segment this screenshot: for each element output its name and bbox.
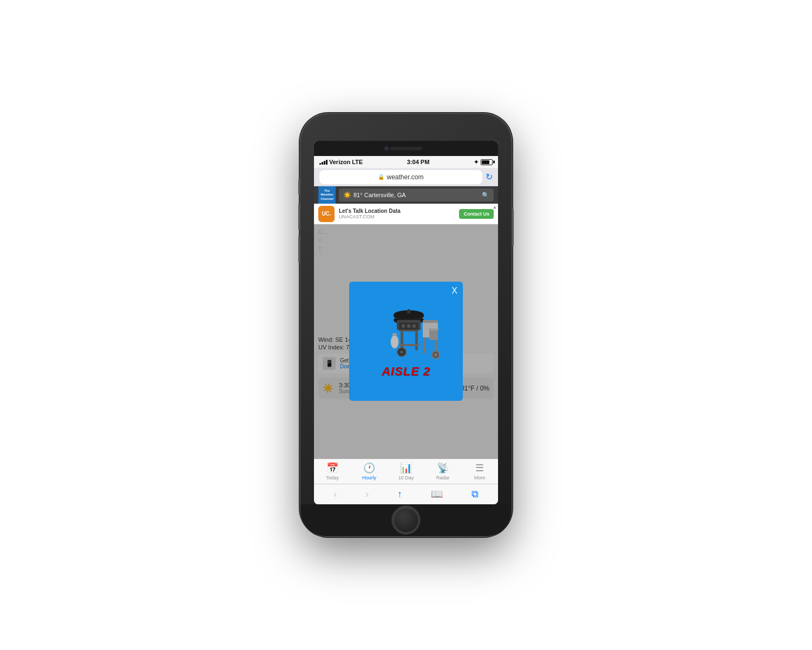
ad-badge: ▲ (493, 205, 497, 210)
main-content: C... 2... T Wind: SE 14 mph UV Index: 7 … (314, 224, 498, 459)
tab-hourly-label: Hourly (362, 475, 376, 480)
signal-bars (319, 159, 328, 165)
bluetooth-icon: ✦ (474, 159, 479, 166)
status-bar: Verizon LTE 3:04 PM ✦ (314, 156, 498, 168)
notch-area (314, 141, 498, 156)
ad-cta-button[interactable]: Contact Us (459, 209, 494, 219)
battery-fill (482, 160, 489, 164)
popup-ad: X (349, 282, 463, 401)
network-type: LTE (352, 159, 363, 165)
ad-subtitle: UNACAST.COM (339, 214, 455, 219)
phone-shell: Verizon LTE 3:04 PM ✦ 🔒 weather.com ↻ (300, 114, 512, 536)
search-icon[interactable]: 🔍 (482, 192, 489, 199)
svg-rect-10 (400, 344, 419, 346)
svg-point-20 (402, 324, 405, 328)
svg-point-9 (400, 350, 403, 354)
svg-point-16 (434, 353, 437, 356)
popup-overlay: X (314, 224, 498, 459)
tab-10day-icon: 📊 (400, 462, 412, 474)
tab-hourly[interactable]: 🕐 Hourly (351, 462, 388, 480)
tab-today[interactable]: 📅 Today (314, 462, 351, 480)
tab-10day-label: 10 Day (398, 475, 414, 480)
svg-rect-7 (415, 332, 418, 350)
url-text: weather.com (387, 173, 423, 181)
signal-bar-4 (326, 160, 328, 165)
signal-bar-1 (319, 163, 321, 165)
tab-more-label: More (474, 475, 486, 480)
svg-rect-17 (429, 329, 438, 340)
signal-bar-2 (322, 162, 323, 165)
back-button[interactable]: ‹ (329, 486, 341, 502)
tab-more[interactable]: ☰ More (461, 462, 498, 480)
tabs-button[interactable]: ⧉ (467, 486, 483, 502)
home-btn-area (300, 504, 512, 536)
tab-radar[interactable]: 📡 Radar (424, 462, 461, 480)
carrier-label: Verizon (329, 159, 350, 165)
svg-rect-18 (429, 328, 438, 330)
svg-rect-24 (392, 333, 397, 336)
svg-point-22 (412, 324, 416, 328)
screen: Verizon LTE 3:04 PM ✦ 🔒 weather.com ↻ (314, 141, 498, 504)
volume-down-button[interactable] (298, 236, 300, 263)
lock-icon: 🔒 (378, 174, 384, 180)
tab-radar-label: Radar (436, 475, 450, 480)
grill-image (371, 300, 441, 370)
tab-today-icon: 📅 (326, 462, 338, 474)
popup-aisle-text: AISLE 2 (382, 365, 430, 379)
speaker-grille (390, 147, 422, 150)
tab-hourly-icon: 🕐 (363, 462, 375, 474)
refresh-button[interactable]: ↻ (486, 172, 493, 182)
tab-more-icon: ☰ (475, 462, 484, 474)
svg-point-21 (407, 324, 410, 328)
safari-toolbar: ‹ › ↑ 📖 ⧉ (314, 484, 498, 504)
status-time: 3:04 PM (407, 159, 430, 165)
mute-button[interactable] (298, 179, 300, 195)
browser-url-bar: 🔒 weather.com ↻ (314, 168, 498, 186)
weather-channel-logo: The Weather Channel (318, 186, 336, 204)
location-bar[interactable]: ☀️ 81° Cartersville, GA 🔍 (339, 188, 494, 202)
weather-navbar: The Weather Channel ☀️ 81° Cartersville,… (314, 186, 498, 204)
tab-today-label: Today (326, 475, 339, 480)
location-text: 81° Cartersville, GA (353, 192, 406, 198)
tab-radar-icon: 📡 (437, 462, 449, 474)
url-bar[interactable]: 🔒 weather.com (319, 170, 482, 184)
battery-icon (481, 159, 493, 165)
camera-dot (384, 146, 389, 151)
status-left: Verizon LTE (319, 159, 363, 165)
bookmarks-button[interactable]: 📖 (427, 486, 447, 502)
home-button[interactable] (392, 506, 420, 534)
svg-rect-12 (423, 320, 438, 323)
signal-bar-3 (324, 161, 325, 165)
ad-logo: UC. (318, 206, 335, 222)
forward-button[interactable]: › (361, 486, 373, 502)
sun-icon: ☀️ (343, 191, 351, 199)
logo-text: The Weather Channel (320, 189, 333, 201)
volume-up-button[interactable] (298, 203, 300, 230)
svg-rect-5 (399, 330, 418, 332)
svg-rect-13 (424, 337, 426, 354)
ad-title: Let's Talk Location Data (339, 208, 455, 214)
svg-rect-3 (407, 309, 410, 314)
ad-text-area: Let's Talk Location Data UNACAST.COM (339, 208, 455, 219)
popup-close-button[interactable]: X (451, 286, 457, 296)
svg-point-23 (391, 335, 398, 348)
share-button[interactable]: ↑ (393, 486, 407, 502)
tab-10day[interactable]: 📊 10 Day (388, 462, 424, 480)
power-button[interactable] (512, 209, 514, 246)
ad-banner[interactable]: UC. Let's Talk Location Data UNACAST.COM… (314, 204, 498, 224)
tab-bar: 📅 Today 🕐 Hourly 📊 10 Day 📡 Radar ☰ More (314, 459, 498, 484)
status-right: ✦ (474, 159, 493, 166)
